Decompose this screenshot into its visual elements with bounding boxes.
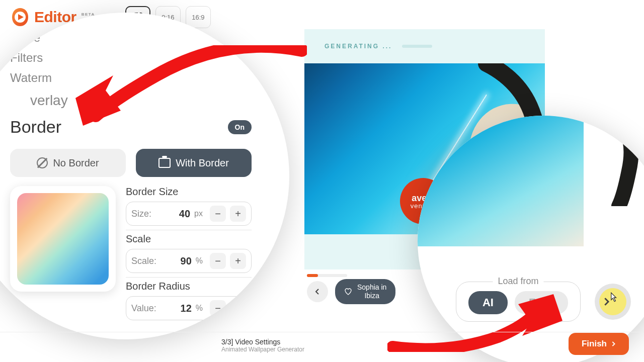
- sidebar-item-filters[interactable]: Filters: [10, 48, 252, 68]
- left-zoom-bubble: Scale Filters Waterm verlay Border On No…: [0, 13, 289, 339]
- border-section-title: Border: [10, 117, 61, 137]
- footer: 3/3] Video Settings Animated Wallpaper G…: [0, 332, 644, 362]
- with-border-button[interactable]: With Border: [136, 149, 252, 177]
- prev-button[interactable]: [307, 281, 328, 302]
- border-scale-label: Scale: [126, 230, 252, 245]
- no-border-label: No Border: [53, 157, 99, 169]
- cursor-icon: [606, 291, 619, 304]
- generating-label: GENERATING ...: [325, 43, 392, 50]
- no-border-icon: [37, 157, 48, 168]
- border-scale-value[interactable]: 90: [171, 255, 192, 267]
- border-gradient-swatch[interactable]: [10, 186, 116, 292]
- heart-icon: [344, 288, 352, 296]
- border-size-value[interactable]: 40: [171, 208, 190, 220]
- size-plus-button[interactable]: +: [230, 206, 246, 222]
- size-minus-button[interactable]: −: [210, 206, 226, 222]
- no-border-button[interactable]: No Border: [10, 149, 126, 177]
- step-indicator: 3/3] Video Settings: [221, 338, 304, 346]
- scale-plus-button[interactable]: +: [230, 253, 246, 269]
- chevron-right-icon: [611, 341, 616, 346]
- frame-icon: [158, 158, 171, 168]
- border-radius-value[interactable]: 12: [171, 303, 192, 314]
- radius-minus-button[interactable]: −: [210, 300, 226, 316]
- border-size-control: Size: 40 px − +: [126, 202, 252, 226]
- sidebar-fade-text: nd: [0, 311, 16, 327]
- next-button[interactable]: [595, 284, 631, 320]
- border-toggle-pill[interactable]: On: [228, 120, 252, 134]
- step-subtitle: Animated Wallpaper Generator: [221, 346, 304, 353]
- border-radius-label: Border Radius: [126, 277, 252, 292]
- border-scale-control: Scale: 90 % − +: [126, 249, 252, 273]
- finish-button[interactable]: Finish: [569, 333, 629, 355]
- load-from-group: Load from AI Favs: [456, 282, 581, 322]
- load-favs-button[interactable]: Favs: [515, 291, 568, 314]
- scale-minus-button[interactable]: −: [210, 253, 226, 269]
- location-chip[interactable]: Sophia inIbiza: [335, 279, 395, 304]
- border-size-label: Border Size: [126, 186, 252, 198]
- load-ai-button[interactable]: AI: [468, 291, 508, 314]
- sidebar-item-overlay[interactable]: verlay: [30, 93, 68, 109]
- with-border-label: With Border: [176, 157, 229, 169]
- progress-bar: [402, 45, 432, 48]
- timeline-bar[interactable]: [307, 274, 347, 277]
- sidebar-item-watermark[interactable]: Waterm: [10, 68, 252, 88]
- logo-icon: [10, 7, 30, 27]
- ratio-16-9[interactable]: 16:9: [186, 6, 211, 28]
- border-radius-control: Value: 12 % − +: [126, 296, 252, 320]
- radius-plus-button[interactable]: +: [230, 300, 246, 316]
- load-from-label: Load from: [493, 276, 543, 287]
